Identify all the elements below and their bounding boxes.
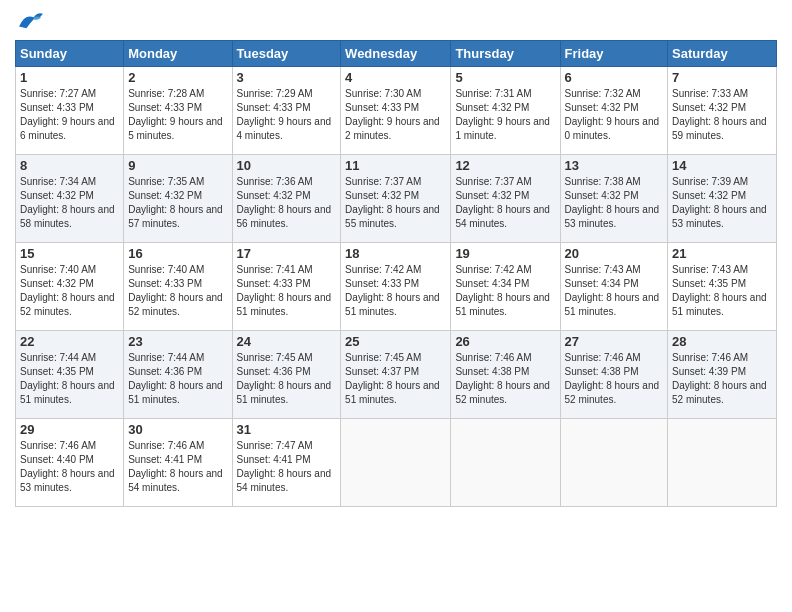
sunrise-label: Sunrise: 7:34 AM [20,176,96,187]
daylight-label: Daylight: 8 hours and 51 minutes. [128,380,223,405]
calendar-cell: 4 Sunrise: 7:30 AM Sunset: 4:33 PM Dayli… [341,67,451,155]
daylight-label: Daylight: 8 hours and 51 minutes. [672,292,767,317]
sunrise-label: Sunrise: 7:47 AM [237,440,313,451]
sunrise-label: Sunrise: 7:46 AM [455,352,531,363]
daylight-label: Daylight: 8 hours and 51 minutes. [20,380,115,405]
sunrise-label: Sunrise: 7:46 AM [672,352,748,363]
sunrise-label: Sunrise: 7:43 AM [672,264,748,275]
sunset-label: Sunset: 4:32 PM [455,190,529,201]
day-number: 11 [345,158,446,173]
day-number: 29 [20,422,119,437]
sunrise-label: Sunrise: 7:46 AM [20,440,96,451]
logo-text [15,10,45,32]
daylight-label: Daylight: 8 hours and 52 minutes. [455,380,550,405]
day-info: Sunrise: 7:46 AM Sunset: 4:40 PM Dayligh… [20,439,119,495]
day-number: 15 [20,246,119,261]
calendar-day-header: Thursday [451,41,560,67]
sunrise-label: Sunrise: 7:45 AM [345,352,421,363]
daylight-label: Daylight: 8 hours and 54 minutes. [455,204,550,229]
calendar-cell: 30 Sunrise: 7:46 AM Sunset: 4:41 PM Dayl… [124,419,232,507]
calendar-cell: 7 Sunrise: 7:33 AM Sunset: 4:32 PM Dayli… [668,67,777,155]
day-info: Sunrise: 7:44 AM Sunset: 4:35 PM Dayligh… [20,351,119,407]
sunrise-label: Sunrise: 7:42 AM [345,264,421,275]
calendar-cell: 21 Sunrise: 7:43 AM Sunset: 4:35 PM Dayl… [668,243,777,331]
daylight-label: Daylight: 8 hours and 55 minutes. [345,204,440,229]
calendar-cell: 24 Sunrise: 7:45 AM Sunset: 4:36 PM Dayl… [232,331,341,419]
day-number: 27 [565,334,664,349]
day-info: Sunrise: 7:29 AM Sunset: 4:33 PM Dayligh… [237,87,337,143]
sunset-label: Sunset: 4:41 PM [128,454,202,465]
day-info: Sunrise: 7:46 AM Sunset: 4:38 PM Dayligh… [565,351,664,407]
daylight-label: Daylight: 9 hours and 1 minute. [455,116,550,141]
sunset-label: Sunset: 4:39 PM [672,366,746,377]
day-number: 6 [565,70,664,85]
sunrise-label: Sunrise: 7:28 AM [128,88,204,99]
logo-bird-icon [17,10,45,32]
day-info: Sunrise: 7:36 AM Sunset: 4:32 PM Dayligh… [237,175,337,231]
sunset-label: Sunset: 4:37 PM [345,366,419,377]
sunset-label: Sunset: 4:32 PM [672,190,746,201]
sunrise-label: Sunrise: 7:44 AM [128,352,204,363]
day-info: Sunrise: 7:39 AM Sunset: 4:32 PM Dayligh… [672,175,772,231]
sunset-label: Sunset: 4:36 PM [128,366,202,377]
day-number: 24 [237,334,337,349]
sunset-label: Sunset: 4:35 PM [672,278,746,289]
sunset-label: Sunset: 4:38 PM [455,366,529,377]
calendar-cell: 20 Sunrise: 7:43 AM Sunset: 4:34 PM Dayl… [560,243,668,331]
day-number: 5 [455,70,555,85]
sunset-label: Sunset: 4:32 PM [237,190,311,201]
daylight-label: Daylight: 8 hours and 52 minutes. [128,292,223,317]
daylight-label: Daylight: 8 hours and 54 minutes. [128,468,223,493]
calendar-cell: 18 Sunrise: 7:42 AM Sunset: 4:33 PM Dayl… [341,243,451,331]
calendar-week-row: 22 Sunrise: 7:44 AM Sunset: 4:35 PM Dayl… [16,331,777,419]
sunrise-label: Sunrise: 7:36 AM [237,176,313,187]
sunset-label: Sunset: 4:38 PM [565,366,639,377]
daylight-label: Daylight: 8 hours and 53 minutes. [565,204,660,229]
day-info: Sunrise: 7:41 AM Sunset: 4:33 PM Dayligh… [237,263,337,319]
sunset-label: Sunset: 4:32 PM [20,190,94,201]
day-number: 4 [345,70,446,85]
day-number: 8 [20,158,119,173]
sunrise-label: Sunrise: 7:42 AM [455,264,531,275]
calendar-cell: 12 Sunrise: 7:37 AM Sunset: 4:32 PM Dayl… [451,155,560,243]
calendar-cell: 10 Sunrise: 7:36 AM Sunset: 4:32 PM Dayl… [232,155,341,243]
day-info: Sunrise: 7:42 AM Sunset: 4:34 PM Dayligh… [455,263,555,319]
sunrise-label: Sunrise: 7:37 AM [345,176,421,187]
daylight-label: Daylight: 8 hours and 51 minutes. [345,380,440,405]
daylight-label: Daylight: 8 hours and 51 minutes. [237,292,332,317]
sunrise-label: Sunrise: 7:41 AM [237,264,313,275]
day-info: Sunrise: 7:33 AM Sunset: 4:32 PM Dayligh… [672,87,772,143]
day-info: Sunrise: 7:38 AM Sunset: 4:32 PM Dayligh… [565,175,664,231]
day-info: Sunrise: 7:28 AM Sunset: 4:33 PM Dayligh… [128,87,227,143]
calendar-cell: 6 Sunrise: 7:32 AM Sunset: 4:32 PM Dayli… [560,67,668,155]
calendar-day-header: Monday [124,41,232,67]
sunset-label: Sunset: 4:34 PM [565,278,639,289]
daylight-label: Daylight: 8 hours and 51 minutes. [565,292,660,317]
sunrise-label: Sunrise: 7:40 AM [20,264,96,275]
day-info: Sunrise: 7:42 AM Sunset: 4:33 PM Dayligh… [345,263,446,319]
calendar-cell: 29 Sunrise: 7:46 AM Sunset: 4:40 PM Dayl… [16,419,124,507]
day-info: Sunrise: 7:27 AM Sunset: 4:33 PM Dayligh… [20,87,119,143]
sunrise-label: Sunrise: 7:44 AM [20,352,96,363]
calendar-cell: 2 Sunrise: 7:28 AM Sunset: 4:33 PM Dayli… [124,67,232,155]
daylight-label: Daylight: 9 hours and 0 minutes. [565,116,660,141]
calendar-day-header: Sunday [16,41,124,67]
calendar-week-row: 1 Sunrise: 7:27 AM Sunset: 4:33 PM Dayli… [16,67,777,155]
sunset-label: Sunset: 4:35 PM [20,366,94,377]
day-info: Sunrise: 7:30 AM Sunset: 4:33 PM Dayligh… [345,87,446,143]
calendar-cell: 25 Sunrise: 7:45 AM Sunset: 4:37 PM Dayl… [341,331,451,419]
calendar-cell: 26 Sunrise: 7:46 AM Sunset: 4:38 PM Dayl… [451,331,560,419]
sunrise-label: Sunrise: 7:45 AM [237,352,313,363]
logo [15,10,45,32]
calendar-week-row: 29 Sunrise: 7:46 AM Sunset: 4:40 PM Dayl… [16,419,777,507]
sunrise-label: Sunrise: 7:29 AM [237,88,313,99]
day-number: 21 [672,246,772,261]
calendar-cell: 13 Sunrise: 7:38 AM Sunset: 4:32 PM Dayl… [560,155,668,243]
daylight-label: Daylight: 8 hours and 53 minutes. [20,468,115,493]
daylight-label: Daylight: 8 hours and 52 minutes. [672,380,767,405]
day-number: 31 [237,422,337,437]
day-number: 10 [237,158,337,173]
day-number: 14 [672,158,772,173]
calendar-cell: 5 Sunrise: 7:31 AM Sunset: 4:32 PM Dayli… [451,67,560,155]
calendar-cell: 17 Sunrise: 7:41 AM Sunset: 4:33 PM Dayl… [232,243,341,331]
